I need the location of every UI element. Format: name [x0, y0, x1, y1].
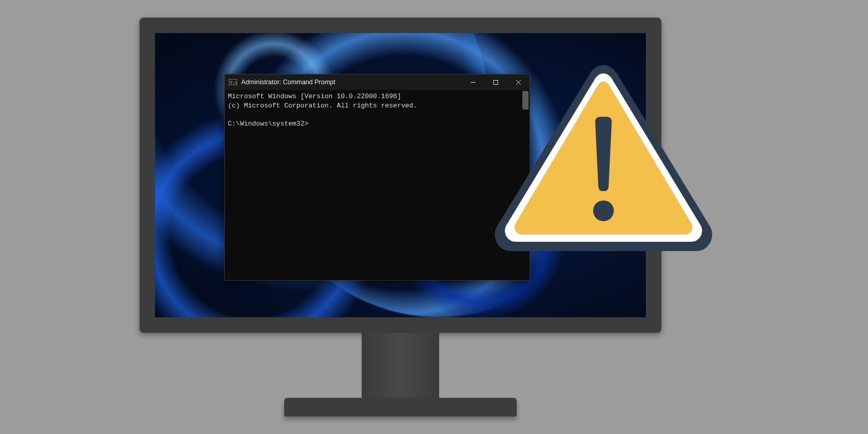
- minimize-button[interactable]: [461, 74, 484, 90]
- command-prompt-window[interactable]: C:\ Administrator: Command Prompt: [224, 74, 530, 281]
- terminal-line: (c) Microsoft Corporation. All rights re…: [228, 102, 417, 110]
- monitor-stand-neck: [362, 333, 439, 400]
- terminal-line: Microsoft Windows [Version 10.0.22000.16…: [228, 92, 401, 100]
- svg-point-6: [593, 200, 614, 221]
- terminal-body[interactable]: Microsoft Windows [Version 10.0.22000.16…: [225, 90, 530, 280]
- window-title: Administrator: Command Prompt: [241, 79, 461, 86]
- minimize-icon: [470, 80, 476, 85]
- titlebar[interactable]: C:\ Administrator: Command Prompt: [225, 74, 530, 90]
- monitor-stand-base: [284, 398, 517, 416]
- cmd-icon: C:\: [229, 79, 237, 85]
- terminal-prompt: C:\Windows\system32>: [228, 120, 308, 128]
- warning-triangle-icon: [490, 56, 717, 262]
- svg-text:C:\: C:\: [230, 81, 237, 85]
